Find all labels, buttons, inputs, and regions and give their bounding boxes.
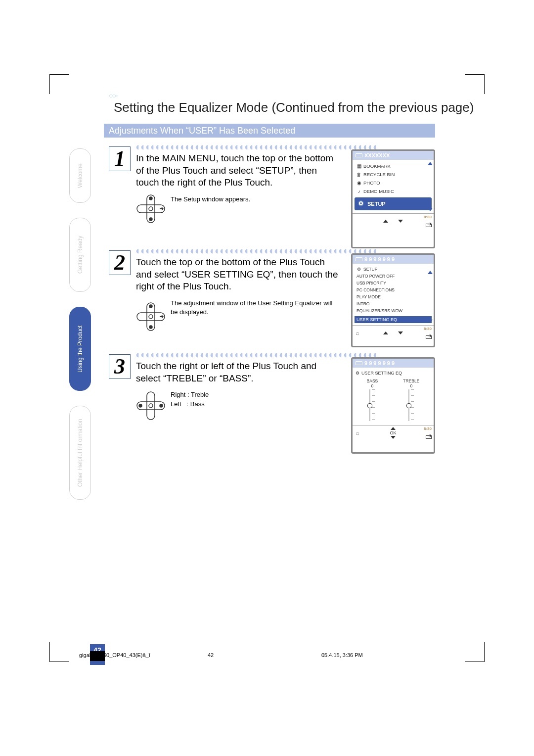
menu-item: ▦BOOKMARK (355, 162, 432, 170)
eq-panel: ⚙USER SETTING EQ BASS 0 TREBLE 0 (353, 368, 434, 425)
device-header-text: 9 9 9 9 9 9 9 (364, 360, 395, 366)
svg-point-14 (149, 404, 153, 408)
menu-item: PC CONNECTIONS (355, 286, 432, 293)
menu-item: 🗑RECYCLE BIN (355, 170, 432, 179)
step-number: 1 (109, 146, 131, 171)
svg-point-2 (149, 207, 153, 211)
crop-mark (49, 74, 69, 94)
tab-getting-ready: Getting Ready (69, 218, 91, 292)
device-menu-list: ⚙SETUP AUTO POWER OFF USB PRIORITY PC CO… (353, 264, 434, 325)
footer-filename: gigabeatF60_OP40_43(E)â_î (79, 652, 150, 658)
step-number: 3 (109, 354, 131, 379)
menu-item: ♪DEMO MUSIC (355, 187, 432, 195)
device-screenshot-3: 9 9 9 9 9 9 9 ⚙USER SETTING EQ BASS 0 TR… (351, 357, 435, 454)
device-header-text: XXXXXXX (364, 152, 390, 158)
battery-icon (426, 435, 432, 439)
side-tabs: Welcome Getting Ready Using the Product … (69, 148, 91, 515)
footer-timestamp: 05.4.15, 3:36 PM (321, 652, 363, 658)
eq-title: ⚙USER SETTING EQ (356, 370, 431, 377)
device-header: 9 9 9 9 9 9 9 (353, 255, 434, 264)
device-footer: ♫ OK 8:30 ➔ (353, 425, 434, 440)
tab-using-product: Using the Product (69, 307, 91, 391)
step-instruction: Touch the top or the bottom of the Plus … (136, 256, 341, 293)
menu-item-selected: SETUP (355, 197, 432, 210)
svg-point-10 (149, 305, 152, 308)
menu-item: AUTO POWER OFF (355, 273, 432, 280)
device-time: 8:30 (424, 327, 432, 331)
step-note: The Setup window appears. (171, 195, 341, 204)
svg-rect-12 (147, 392, 155, 420)
step-note: The adjustment window of the User Settin… (171, 299, 341, 317)
step-note: Right : Treble Left : Bass (171, 390, 341, 408)
menu-item: ◉PHOTO (355, 179, 432, 187)
battery-icon (426, 224, 432, 227)
scroll-up-icon (428, 162, 433, 165)
svg-point-11 (149, 326, 152, 329)
crop-mark (465, 74, 485, 94)
step-3: ◖◖◖◖◖◖◖◖◖◖◖◖◖◖◖◖◖◖◖◖◖◖◖◖◖◖◖◖◖◖◖◖◖◖◖◖◖◖◖◖… (109, 351, 435, 440)
device-time: 8:30 (424, 426, 432, 431)
svg-point-4 (149, 218, 152, 221)
step-instruction: Touch the right or left of the Plus Touc… (136, 360, 341, 384)
step-2: ◖◖◖◖◖◖◖◖◖◖◖◖◖◖◖◖◖◖◖◖◖◖◖◖◖◖◖◖◖◖◖◖◖◖◖◖◖◖◖◖… (109, 247, 435, 336)
scroll-down-icon (428, 320, 433, 323)
page-content: ○○◦ Setting the Equalizer Mode (Continue… (59, 94, 475, 647)
device-screenshot-1: XXXXXXX ▦BOOKMARK 🗑RECYCLE BIN ◉PHOTO ♪D… (351, 149, 435, 248)
steps-area: ◖◖◖◖◖◖◖◖◖◖◖◖◖◖◖◖◖◖◖◖◖◖◖◖◖◖◖◖◖◖◖◖◖◖◖◖◖◖◖◖… (109, 143, 435, 455)
device-screenshot-2: 9 9 9 9 9 9 9 ⚙SETUP AUTO POWER OFF USB … (351, 253, 435, 347)
menu-item: EQUALIZER/SRS WOW (355, 307, 432, 314)
battery-icon (426, 335, 432, 339)
svg-point-15 (139, 404, 142, 407)
menu-item: PLAY MODE (355, 293, 432, 300)
device-footer: 8:30 ➔ (353, 213, 434, 228)
menu-item-selected: USER SETTING EQ (355, 316, 432, 323)
note-icon: ♫ (356, 430, 359, 436)
tab-welcome: Welcome (69, 148, 91, 203)
eq-bass-col: BASS 0 (367, 378, 378, 421)
device-footer: ♫ 8:30 ➔ (353, 325, 434, 340)
menu-item: INTRO (355, 300, 432, 307)
svg-point-16 (160, 404, 163, 407)
step-1: ◖◖◖◖◖◖◖◖◖◖◖◖◖◖◖◖◖◖◖◖◖◖◖◖◖◖◖◖◖◖◖◖◖◖◖◖◖◖◖◖… (109, 143, 435, 233)
page-title: Setting the Equalizer Mode (Continued fr… (114, 100, 474, 115)
section-heading: Adjustments When “USER” Has Been Selecte… (104, 124, 435, 138)
device-time: 8:30 (424, 215, 432, 219)
tab-other-info: Other Helpful Inf ormation (69, 406, 91, 500)
eq-treble-col: TREBLE 0 (403, 378, 419, 421)
step-instruction: In the MAIN MENU, touch the top or the b… (136, 152, 341, 189)
note-icon: ♫ (356, 331, 359, 336)
plus-touch-icon (136, 194, 166, 224)
plus-touch-icon (136, 391, 166, 421)
svg-point-9 (149, 315, 153, 319)
step-number: 2 (109, 250, 131, 275)
gear-icon (357, 200, 364, 208)
plus-touch-icon (136, 302, 166, 331)
device-header: XXXXXXX (353, 151, 434, 160)
ok-label: OK (390, 430, 396, 435)
device-subheader: ⚙SETUP (355, 266, 432, 273)
device-header: 9 9 9 9 9 9 9 (353, 359, 434, 368)
device-header-text: 9 9 9 9 9 9 9 (364, 256, 395, 262)
print-footer: gigabeatF60_OP40_43(E)â_î 42 05.4.15, 3:… (59, 652, 475, 662)
decor-circles: ○○◦ (109, 92, 117, 99)
svg-point-3 (149, 197, 152, 200)
svg-point-6 (360, 202, 362, 204)
menu-item: USB PRIORITY (355, 280, 432, 286)
scroll-up-icon (428, 271, 433, 274)
footer-page: 42 (208, 652, 214, 658)
device-menu-list: ▦BOOKMARK 🗑RECYCLE BIN ◉PHOTO ♪DEMO MUSI… (353, 160, 434, 213)
scroll-down-icon (428, 208, 433, 211)
